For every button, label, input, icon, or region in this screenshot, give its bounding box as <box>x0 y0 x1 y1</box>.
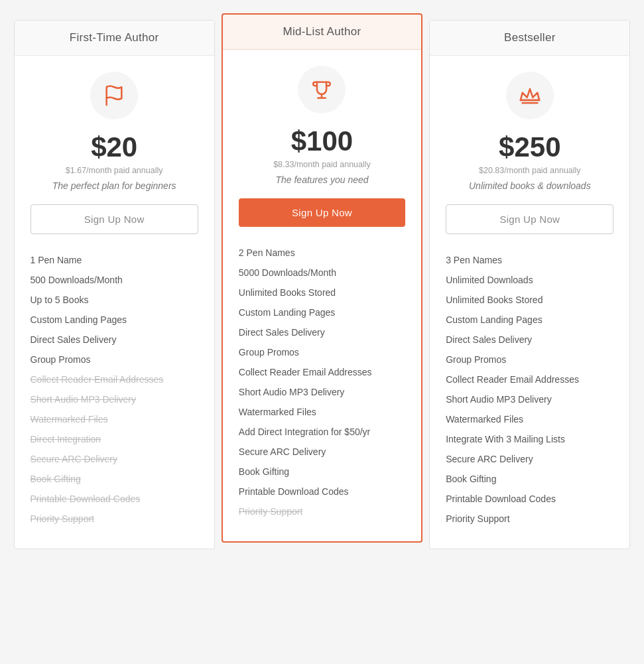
features-list-bestseller: 3 Pen NamesUnlimited DownloadsUnlimited … <box>446 250 613 529</box>
list-item: Secure ARC Delivery <box>239 442 405 462</box>
list-item: Collect Reader Email Addresses <box>31 369 198 389</box>
plan-card-first-time-author: First-Time Author $20$1.67/month paid an… <box>14 20 215 549</box>
list-item: Direct Sales Delivery <box>239 322 405 342</box>
list-item: Printable Download Codes <box>239 482 405 501</box>
plan-icon-crown <box>506 72 554 119</box>
plan-card-mid-list-author: Mid-List Author $100$8.33/month paid ann… <box>222 13 422 543</box>
plan-price-sub-mid-list-author: $8.33/month paid annually <box>239 160 405 169</box>
plan-icon-trophy <box>298 66 346 113</box>
plan-header-bestseller: Bestseller <box>430 21 629 56</box>
signup-button-mid-list-author[interactable]: Sign Up Now <box>239 198 405 227</box>
list-item: Collect Reader Email Addresses <box>446 369 613 389</box>
list-item: Printable Download Codes <box>446 489 613 509</box>
list-item: 3 Pen Names <box>446 250 613 270</box>
list-item: Group Promos <box>446 350 613 369</box>
list-item: Short Audio MP3 Delivery <box>31 389 198 409</box>
list-item: Priority Support <box>239 501 405 521</box>
list-item: Integrate With 3 Mailing Lists <box>446 429 613 449</box>
list-item: Custom Landing Pages <box>31 310 198 330</box>
plan-price-sub-bestseller: $20.83/month paid annually <box>446 166 613 175</box>
plan-price-mid-list-author: $100 <box>239 125 405 157</box>
list-item: Group Promos <box>31 350 198 369</box>
list-item: Watermarked Files <box>239 402 405 422</box>
list-item: 1 Pen Name <box>31 250 198 270</box>
features-list-mid-list-author: 2 Pen Names5000 Downloads/MonthUnlimited… <box>239 243 405 521</box>
pricing-container: First-Time Author $20$1.67/month paid an… <box>7 13 637 556</box>
list-item: Direct Integration <box>31 429 198 449</box>
plan-tagline-mid-list-author: The features you need <box>239 174 405 185</box>
list-item: Priority Support <box>31 509 198 529</box>
plan-name-mid-list-author: Mid-List Author <box>229 25 415 38</box>
list-item: Book Gifting <box>446 469 613 489</box>
plan-tagline-first-time-author: The perfect plan for beginners <box>31 180 198 191</box>
signup-button-bestseller[interactable]: Sign Up Now <box>446 204 613 234</box>
list-item: 500 Downloads/Month <box>31 270 198 290</box>
list-item: Add Direct Integration for $50/yr <box>239 422 405 442</box>
list-item: Unlimited Books Stored <box>446 290 613 310</box>
list-item: Short Audio MP3 Delivery <box>239 382 405 402</box>
list-item: Direct Sales Delivery <box>446 330 613 350</box>
plan-tagline-bestseller: Unlimited books & downloads <box>446 180 613 191</box>
plan-wrapper-first-time-author: First-Time Author $20$1.67/month paid an… <box>7 13 222 556</box>
list-item: Book Gifting <box>239 462 405 482</box>
list-item: Unlimited Books Stored <box>239 283 405 302</box>
list-item: Unlimited Downloads <box>446 270 613 290</box>
list-item: Custom Landing Pages <box>446 310 613 330</box>
plan-wrapper-bestseller: Bestseller $250$20.83/month paid annuall… <box>422 13 637 556</box>
plan-card-bestseller: Bestseller $250$20.83/month paid annuall… <box>429 20 630 549</box>
plan-icon-flag <box>90 72 138 119</box>
list-item: Custom Landing Pages <box>239 302 405 322</box>
list-item: Watermarked Files <box>446 409 613 429</box>
list-item: Secure ARC Delivery <box>31 449 198 469</box>
plan-header-mid-list-author: Mid-List Author <box>223 15 421 50</box>
list-item: Printable Download Codes <box>31 489 198 509</box>
list-item: Watermarked Files <box>31 409 198 429</box>
list-item: Group Promos <box>239 342 405 362</box>
plan-price-sub-first-time-author: $1.67/month paid annually <box>31 166 198 175</box>
plan-name-bestseller: Bestseller <box>436 31 623 44</box>
list-item: Secure ARC Delivery <box>446 449 613 469</box>
list-item: Collect Reader Email Addresses <box>239 362 405 382</box>
list-item: Direct Sales Delivery <box>31 330 198 350</box>
list-item: 2 Pen Names <box>239 243 405 263</box>
list-item: Short Audio MP3 Delivery <box>446 389 613 409</box>
plan-wrapper-mid-list-author: Mid-List Author $100$8.33/month paid ann… <box>222 13 422 543</box>
plan-name-first-time-author: First-Time Author <box>21 31 208 44</box>
list-item: Book Gifting <box>31 469 198 489</box>
list-item: Priority Support <box>446 509 613 529</box>
features-list-first-time-author: 1 Pen Name500 Downloads/MonthUp to 5 Boo… <box>31 250 198 529</box>
list-item: Up to 5 Books <box>31 290 198 310</box>
list-item: 5000 Downloads/Month <box>239 263 405 283</box>
signup-button-first-time-author[interactable]: Sign Up Now <box>31 204 198 234</box>
plan-price-bestseller: $250 <box>446 131 613 163</box>
plan-price-first-time-author: $20 <box>31 131 198 163</box>
plan-header-first-time-author: First-Time Author <box>15 21 214 56</box>
